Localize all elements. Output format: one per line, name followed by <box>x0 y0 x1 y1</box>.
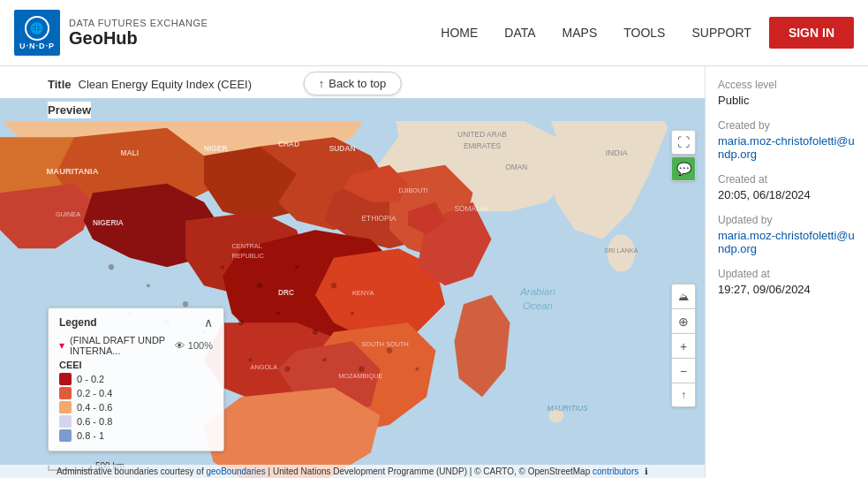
svg-text:GUINEA: GUINEA <box>56 210 80 218</box>
svg-text:DRC: DRC <box>278 288 294 297</box>
contributors-link[interactable]: contributors <box>593 467 638 476</box>
legend-label-2: 0.4 - 0.6 <box>77 402 112 413</box>
legend-item-1: 0.2 - 0.4 <box>59 387 213 399</box>
sign-in-button[interactable]: SIGN IN <box>769 17 854 49</box>
access-level-section: Access level Public <box>718 79 856 107</box>
legend-label-3: 0.6 - 0.8 <box>77 416 112 427</box>
legend-color-4 <box>59 429 72 442</box>
legend-item-2: 0.4 - 0.6 <box>59 401 213 414</box>
north-button[interactable]: ↑ <box>671 383 696 407</box>
site-name-area: DATA FUTURES EXCHANGE GeoHub <box>69 18 208 49</box>
data-futures-label: DATA FUTURES EXCHANGE <box>69 18 208 28</box>
svg-text:MAURITIUS: MAURITIUS <box>547 404 588 413</box>
map-container[interactable]: Arabian Ocean MAURITANIA MALI NIGER CHAD… <box>0 121 705 478</box>
eye-icon[interactable]: 👁 <box>175 340 185 351</box>
updated-at-value: 19:27, 09/06/2024 <box>718 283 856 296</box>
updated-by-section: Updated by maria.moz-christofoletti@undp… <box>718 214 856 255</box>
nav-data[interactable]: DATA <box>504 26 535 40</box>
svg-point-40 <box>351 312 354 315</box>
geo-boundaries-link[interactable]: geoBoundaries <box>206 467 265 476</box>
title-value: Clean Energy Equity Index (CEEI) <box>79 78 253 91</box>
legend-color-0 <box>59 373 72 385</box>
info-icon[interactable]: ℹ <box>645 467 648 476</box>
undp-logo: 🌐 U·N·D·P <box>14 10 60 56</box>
svg-point-46 <box>415 368 419 371</box>
created-by-section: Created by maria.moz-christofoletti@undp… <box>718 119 856 161</box>
svg-text:SOUTH SOUTH: SOUTH SOUTH <box>362 340 409 348</box>
svg-text:ANGOLA: ANGOLA <box>251 363 278 371</box>
map-area: Title Clean Energy Equity Index (CEEI) ↑… <box>0 66 705 478</box>
opacity-value: 100% <box>188 340 213 351</box>
svg-point-27 <box>109 264 114 269</box>
legend-layer-controls: 👁 100% <box>175 340 213 351</box>
svg-text:MOZAMBIQUE: MOZAMBIQUE <box>338 372 382 380</box>
back-to-top-button[interactable]: ↑ Back to top <box>304 72 402 95</box>
undp-text: U·N·D·P <box>19 42 55 50</box>
legend-label-4: 0.8 - 1 <box>77 430 104 441</box>
legend-toggle-button[interactable]: ∧ <box>204 315 213 330</box>
legend-color-3 <box>59 415 72 428</box>
legend-layer-arrow-icon: ▾ <box>59 339 64 352</box>
svg-text:SOMALIA: SOMALIA <box>455 204 488 213</box>
logo-area: 🌐 U·N·D·P DATA FUTURES EXCHANGE GeoHub <box>14 10 208 56</box>
created-at-section: Created at 20:05, 06/18/2024 <box>718 173 856 201</box>
svg-point-43 <box>284 367 290 372</box>
svg-text:Ocean: Ocean <box>523 300 553 311</box>
attribution-text: Administrative boundaries courtesy of ge… <box>57 467 638 476</box>
legend-color-1 <box>59 387 72 399</box>
svg-text:Arabian: Arabian <box>519 286 555 297</box>
svg-text:MALI: MALI <box>121 148 139 157</box>
un-badge-icon: 🌐 <box>25 16 49 41</box>
svg-text:NIGER: NIGER <box>204 144 228 153</box>
nav-home[interactable]: HOME <box>441 26 478 40</box>
svg-point-42 <box>322 358 326 361</box>
created-at-label: Created at <box>718 173 856 186</box>
svg-text:OMAN: OMAN <box>505 163 527 171</box>
fullscreen-button[interactable]: ⛶ <box>671 130 696 155</box>
arrow-up-icon: ↑ <box>319 77 325 90</box>
svg-point-39 <box>313 330 318 335</box>
svg-text:SRI LANKA: SRI LANKA <box>604 247 638 255</box>
zoom-tilt-button[interactable]: ⛰ <box>671 284 696 308</box>
svg-point-45 <box>387 348 392 353</box>
created-at-value: 20:05, 06/18/2024 <box>718 188 856 201</box>
legend-item-0: 0 - 0.2 <box>59 373 213 385</box>
preview-label: Preview <box>48 102 91 118</box>
access-level-label: Access level <box>718 79 856 91</box>
legend-header: Legend ∧ <box>59 315 213 330</box>
svg-point-29 <box>183 301 188 307</box>
svg-text:KENYA: KENYA <box>352 289 374 297</box>
svg-point-31 <box>257 283 262 288</box>
legend-label-0: 0 - 0.2 <box>77 374 104 384</box>
legend-layer-name: (FINAL DRAFT UNDP INTERNA... <box>70 335 170 356</box>
sidebar: Access level Public Created by maria.moz… <box>705 66 868 478</box>
legend-label-1: 0.2 - 0.4 <box>77 388 112 398</box>
svg-text:ETHIOPIA: ETHIOPIA <box>362 214 397 223</box>
svg-text:CENTRALREPUBLIC: CENTRALREPUBLIC <box>232 242 265 260</box>
header: 🌐 U·N·D·P DATA FUTURES EXCHANGE GeoHub H… <box>0 0 868 66</box>
map-zoom-controls: ⛰ ⊕ + − ↑ <box>671 284 696 407</box>
updated-by-value: maria.moz-christofoletti@undp.org <box>718 229 856 255</box>
gps-button[interactable]: ⊕ <box>671 308 696 333</box>
svg-point-28 <box>147 284 150 287</box>
legend-color-2 <box>59 401 72 414</box>
back-to-top-label: Back to top <box>328 77 386 90</box>
updated-by-label: Updated by <box>718 214 856 226</box>
legend-layer-row: ▾ (FINAL DRAFT UNDP INTERNA... 👁 100% <box>59 335 213 356</box>
zoom-out-button[interactable]: − <box>671 358 696 383</box>
chat-button[interactable]: 💬 <box>671 156 696 181</box>
nav-tools[interactable]: TOOLS <box>623 26 665 40</box>
svg-point-30 <box>221 265 224 269</box>
legend-box: Legend ∧ ▾ (FINAL DRAFT UNDP INTERNA... … <box>48 307 224 451</box>
svg-text:INDIA: INDIA <box>606 148 629 157</box>
legend-title: Legend <box>59 316 97 329</box>
svg-point-32 <box>295 265 298 269</box>
zoom-in-button[interactable]: + <box>671 333 696 358</box>
nav-support[interactable]: SUPPORT <box>691 26 751 40</box>
main-nav: HOME DATA MAPS TOOLS SUPPORT <box>441 26 751 40</box>
nav-maps[interactable]: MAPS <box>562 26 598 40</box>
legend-ceei-label: CEEI <box>59 360 213 370</box>
svg-text:SUDAN: SUDAN <box>329 144 356 153</box>
updated-at-section: Updated at 19:27, 09/06/2024 <box>718 268 856 296</box>
created-by-label: Created by <box>718 119 856 132</box>
